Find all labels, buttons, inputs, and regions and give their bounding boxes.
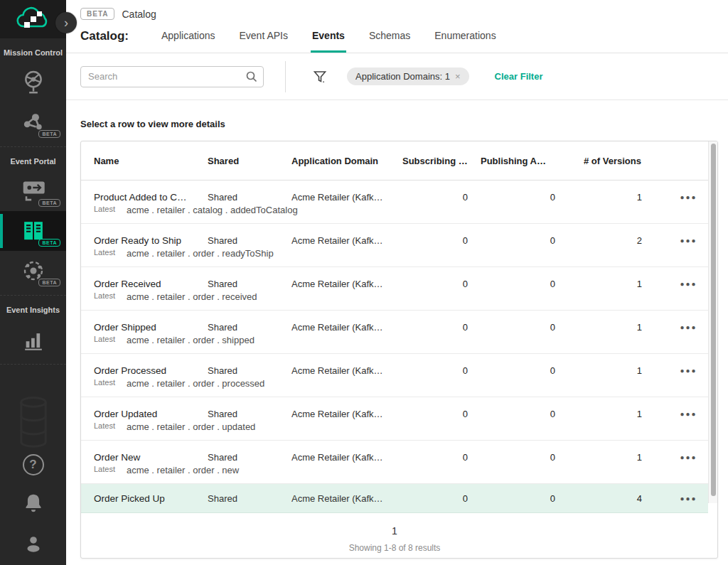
domain-value: Acme Retailer (Kafk…: [291, 235, 402, 246]
section-event-portal: Event Portal BETA BETA: [0, 147, 66, 296]
beta-tag: BETA: [38, 279, 60, 286]
row-actions-menu-icon[interactable]: ●●●: [669, 280, 708, 288]
mission-control-label: Mission Control: [0, 45, 66, 63]
sidebar-item-cluster-manager[interactable]: [0, 63, 66, 102]
versions-count: 1: [584, 452, 669, 463]
tab-enumerations[interactable]: Enumerations: [433, 20, 497, 53]
scrollbar-thumb[interactable]: [711, 144, 716, 496]
row-actions-menu-icon[interactable]: ●●●: [669, 367, 708, 375]
page-header: BETA Catalog Catalog: Applications Event…: [66, 0, 728, 53]
table-row[interactable]: Order New Shared Acme Retailer (Kafk… 0 …: [81, 441, 708, 484]
table-header: Name Shared Application Domain Subscribi…: [81, 141, 708, 181]
page-number[interactable]: 1: [392, 525, 397, 537]
row-actions-menu-icon[interactable]: ●●●: [669, 453, 708, 461]
shared-value: Shared: [208, 192, 291, 203]
publishing-count: 0: [481, 322, 584, 333]
latest-label: Latest: [94, 248, 115, 257]
col-name[interactable]: Name: [94, 156, 208, 166]
publishing-count: 0: [481, 493, 584, 504]
row-actions-menu-icon[interactable]: ●●●: [669, 495, 708, 502]
domain-value: Acme Retailer (Kafk…: [291, 493, 402, 504]
event-name: Product Added to C…: [94, 192, 208, 203]
page-title: Catalog:: [80, 20, 129, 53]
main-panel: BETA Catalog Catalog: Applications Event…: [66, 0, 728, 565]
shared-value: Shared: [208, 493, 291, 504]
content-area: Select a row to view more details Name S…: [66, 100, 728, 559]
event-topic: acme . retailer . order . new: [127, 465, 239, 475]
event-insights-label: Event Insights: [0, 303, 66, 320]
domain-value: Acme Retailer (Kafk…: [291, 192, 402, 203]
breadcrumb: BETA Catalog: [80, 0, 728, 20]
clear-filter-link[interactable]: Clear Filter: [495, 71, 543, 82]
breadcrumb-catalog: Catalog: [122, 9, 156, 20]
versions-count: 1: [584, 322, 669, 333]
table-row-selected[interactable]: Order Picked Up Shared Acme Retailer (Ka…: [81, 484, 708, 513]
app-window: › Mission Control BETA: [0, 0, 728, 565]
tab-applications[interactable]: Applications: [160, 20, 217, 53]
shared-value: Shared: [208, 365, 291, 376]
tab-event-apis[interactable]: Event APIs: [238, 20, 289, 53]
event-topic: acme . retailer . order . processed: [127, 378, 264, 389]
filter-funnel-icon[interactable]: [313, 70, 327, 84]
globe-icon: [21, 69, 46, 96]
table-scrollbar[interactable]: [708, 141, 717, 503]
sidebar-item-catalog[interactable]: BETA: [0, 211, 66, 251]
row-select-hint: Select a row to view more details: [80, 119, 718, 129]
help-icon[interactable]: ?: [23, 454, 44, 475]
event-topic: acme . retailer . order . received: [127, 291, 257, 302]
event-topic: acme . retailer . order . updated: [127, 421, 255, 432]
cloud-logo-icon: [14, 5, 53, 33]
sidebar-spacer: [0, 365, 66, 454]
table-row[interactable]: Order Ready to Ship Shared Acme Retailer…: [81, 224, 708, 267]
col-application-domain[interactable]: Application Domain: [291, 156, 402, 166]
section-mission-control: Mission Control BETA: [0, 38, 66, 147]
shared-value: Shared: [208, 279, 291, 289]
bar-chart-icon: [21, 328, 46, 352]
tab-schemas[interactable]: Schemas: [368, 20, 412, 53]
search-icon: [245, 70, 258, 83]
sidebar-item-designer[interactable]: BETA: [0, 171, 66, 211]
table-row[interactable]: Order Shipped Shared Acme Retailer (Kafk…: [81, 311, 708, 354]
col-publishing[interactable]: Publishing A…: [481, 156, 584, 166]
latest-label: Latest: [94, 465, 115, 473]
notifications-bell-icon[interactable]: [21, 491, 46, 517]
subscribing-count: 0: [402, 409, 481, 419]
event-topic: acme . retailer . catalog . addedToCatal…: [127, 205, 298, 215]
versions-count: 1: [584, 279, 669, 289]
section-event-insights: Event Insights: [0, 296, 66, 365]
sidebar-expand-button[interactable]: ›: [55, 12, 77, 33]
sidebar-item-discovery[interactable]: BETA: [0, 251, 66, 291]
filter-chip-application-domains[interactable]: Application Domains: 1 ×: [347, 68, 469, 85]
chip-close-icon[interactable]: ×: [455, 71, 461, 82]
table-row[interactable]: Order Processed Shared Acme Retailer (Ka…: [81, 354, 708, 397]
table-row[interactable]: Order Received Shared Acme Retailer (Kaf…: [81, 267, 708, 311]
user-avatar-icon[interactable]: [22, 532, 45, 555]
subscribing-count: 0: [402, 235, 481, 246]
row-actions-menu-icon[interactable]: ●●●: [669, 237, 708, 244]
sidebar-item-insights[interactable]: [0, 320, 66, 360]
search-input[interactable]: [80, 66, 264, 87]
events-table: Name Shared Application Domain Subscribi…: [80, 141, 718, 559]
latest-label: Latest: [94, 378, 115, 387]
tab-events[interactable]: Events: [311, 20, 346, 53]
table-row[interactable]: Order Updated Shared Acme Retailer (Kafk…: [81, 397, 708, 441]
table-row[interactable]: Product Added to C… Shared Acme Retailer…: [81, 181, 708, 224]
row-actions-menu-icon[interactable]: ●●●: [669, 193, 708, 201]
shared-value: Shared: [208, 409, 291, 419]
row-actions-menu-icon[interactable]: ●●●: [669, 323, 708, 331]
event-name: Order Ready to Ship: [94, 235, 208, 246]
event-name: Order Updated: [94, 409, 208, 419]
col-subscribing[interactable]: Subscribing …: [402, 156, 481, 166]
catalog-tabs: Applications Event APIs Events Schemas E…: [160, 20, 498, 53]
sidebar-item-mesh-manager[interactable]: BETA: [0, 102, 66, 142]
publishing-count: 0: [481, 409, 584, 419]
subscribing-count: 0: [402, 322, 481, 333]
col-shared[interactable]: Shared: [208, 156, 291, 166]
subscribing-count: 0: [402, 192, 481, 203]
domain-value: Acme Retailer (Kafk…: [291, 452, 402, 463]
versions-count: 1: [584, 365, 669, 376]
col-versions[interactable]: # of Versions: [584, 156, 669, 166]
filter-bar: Application Domains: 1 × Clear Filter: [66, 53, 728, 100]
latest-label: Latest: [94, 421, 115, 430]
row-actions-menu-icon[interactable]: ●●●: [669, 410, 708, 418]
